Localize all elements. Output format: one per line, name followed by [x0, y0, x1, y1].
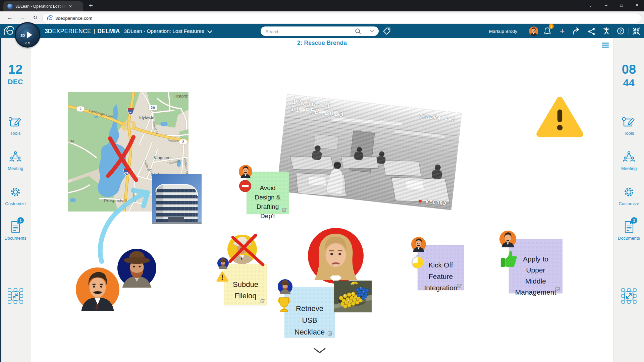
community-person-icon[interactable]: [602, 27, 611, 36]
trophy-icon[interactable]: [277, 296, 291, 313]
right-sidebar: 08 44 Tools Meeting Customize 1: [613, 38, 644, 362]
thumbs-up-icon[interactable]: [499, 249, 518, 267]
map-label-house: use: [68, 139, 74, 143]
new-tab-button[interactable]: +: [87, 1, 95, 11]
browser-toolbar: ← → ↻ 3dexperience.com: [0, 11, 644, 24]
search-options-chevron-icon[interactable]: [370, 30, 374, 33]
record-dot-icon: ●: [418, 198, 423, 203]
grid-expand-icon: [621, 288, 637, 304]
note-avatar-mustache-man[interactable]: [411, 237, 426, 252]
warning-small-icon[interactable]: [216, 271, 228, 282]
svg-text:2: 2: [182, 140, 184, 144]
sidebar-item-meeting[interactable]: Meeting: [0, 150, 31, 171]
note-avatar-fedora-man-blue[interactable]: [217, 257, 229, 269]
note-avoid-design-drafting[interactable]: Avoid Design & Drafting Dep't: [247, 172, 289, 214]
fit-board-button-right[interactable]: [621, 288, 637, 304]
exit-fullscreen-icon[interactable]: [632, 27, 641, 36]
window-menu-button[interactable]: ⌄: [584, 0, 598, 11]
note-avatar-mustache-man[interactable]: [239, 165, 252, 178]
fit-board-button[interactable]: [7, 288, 23, 304]
office-building-image[interactable]: [152, 174, 202, 224]
agent-avatar-fedora-man[interactable]: [117, 249, 156, 288]
user-avatar[interactable]: [529, 26, 538, 36]
address-bar[interactable]: 3dexperience.com: [42, 13, 641, 23]
timer-icon[interactable]: [411, 255, 425, 269]
brand-product: DELMIA: [97, 28, 120, 35]
agent-avatar-mustache-man[interactable]: [76, 267, 119, 311]
cctv-record-indicator: ● RECORD: [418, 198, 447, 206]
search-icon[interactable]: [355, 28, 361, 35]
route-badge-2-right: 2: [179, 139, 187, 144]
scroll-down-chevron-icon[interactable]: [313, 348, 326, 354]
crossed-out-avatar-panama-man[interactable]: [227, 234, 267, 267]
share-forward-icon[interactable]: [572, 27, 581, 35]
board-menu-button[interactable]: [602, 43, 609, 48]
tab-close-icon[interactable]: ✕: [67, 4, 74, 9]
title-chevron-down-icon[interactable]: [207, 30, 212, 34]
sidebar-item-meeting-right[interactable]: Meeting: [613, 150, 644, 171]
window-minimize-button[interactable]: –: [599, 0, 613, 11]
svg-text:2: 2: [79, 107, 82, 111]
add-button[interactable]: +: [557, 24, 568, 38]
reload-button[interactable]: ↻: [30, 11, 40, 24]
map-label-kingston: Kingston: [154, 155, 171, 160]
route-badge-2a: 2A: [149, 105, 157, 110]
sidebar-item-tools-right[interactable]: Tools: [613, 115, 644, 136]
checkbox-icon[interactable]: [282, 207, 287, 212]
back-button[interactable]: ←: [5, 11, 15, 24]
checkbox-icon[interactable]: [555, 286, 561, 292]
svg-text:95: 95: [129, 111, 132, 114]
tab-title: 3DLean - Operation: Lost Features: [15, 4, 66, 9]
brenda-avatar[interactable]: [308, 228, 364, 284]
brand-experience: EXPERIENCE: [52, 28, 91, 35]
sidebar-item-tools[interactable]: Tools: [0, 115, 31, 136]
window-close-button[interactable]: ✕: [630, 0, 644, 11]
app-board-title: 3DLean - Operation: Lost Features: [124, 28, 204, 34]
svg-text:2A: 2A: [151, 106, 155, 110]
no-entry-icon[interactable]: [239, 180, 252, 192]
cctv-footage-image[interactable]: 12:30:2111 FEB 2023 CAMERA 4-A ● RECORD: [276, 94, 462, 210]
note-avatar-mustache-man[interactable]: [499, 231, 516, 247]
gear-icon: [622, 185, 636, 199]
note-subdue-fileloq[interactable]: Subdue Fileloq: [224, 264, 267, 305]
warning-sign-image[interactable]: [536, 96, 584, 138]
grid-collapse-icon: [7, 288, 23, 304]
note-retrieve-usb-necklace[interactable]: Retrieve USB Necklace: [284, 287, 335, 338]
3ds-swoosh-icon: [3, 25, 14, 37]
window-maximize-button[interactable]: □: [614, 0, 629, 11]
brand-separator: |: [94, 28, 95, 34]
documents-badge: 1: [631, 217, 637, 224]
3ds-logo-icon: [47, 15, 53, 21]
search-box[interactable]: [261, 26, 379, 36]
notifications-badge: 2: [549, 24, 554, 29]
tools-icon: [9, 115, 22, 129]
sidebar-item-documents-right[interactable]: 1 Documents: [613, 220, 644, 241]
browser-tab[interactable]: 3DLean - Operation: Lost Features ✕: [3, 1, 83, 11]
checkbox-icon[interactable]: [260, 298, 265, 303]
tag-icon[interactable]: [382, 27, 391, 36]
search-input[interactable]: [265, 27, 347, 36]
brand-3d: 3D: [45, 28, 52, 35]
route-badge-2-left: 2: [76, 106, 85, 112]
checkbox-icon[interactable]: [457, 283, 462, 288]
sidebar-item-customize[interactable]: Customize: [0, 185, 31, 206]
tab-favicon-icon: [7, 4, 13, 9]
compass-menu-button[interactable]: 3D V.R: [15, 22, 40, 48]
app-brand: 3DEXPERIENCE | DELMIA 3DLean - Operation…: [45, 24, 212, 38]
sidebar-item-customize-right[interactable]: Customize: [613, 185, 644, 206]
avatar-mustache-man-icon: [529, 26, 538, 36]
sidebar-item-documents[interactable]: 1 Documents: [0, 220, 31, 241]
date-day: 12: [0, 62, 31, 77]
share-nodes-icon[interactable]: [588, 27, 596, 36]
note-avatar-fedora-man-blue[interactable]: [278, 279, 292, 294]
help-icon[interactable]: ?: [617, 27, 625, 35]
time-minutes: 44: [613, 77, 644, 88]
play-icon: [27, 32, 32, 38]
user-name[interactable]: Markup Brody: [489, 24, 517, 38]
usb-necklace-image[interactable]: [334, 281, 372, 312]
date-month: DEC: [0, 78, 31, 86]
checkbox-icon[interactable]: [327, 330, 333, 336]
gear-icon: [9, 185, 22, 199]
url-text: 3dexperience.com: [55, 16, 92, 21]
tools-icon: [622, 115, 636, 129]
